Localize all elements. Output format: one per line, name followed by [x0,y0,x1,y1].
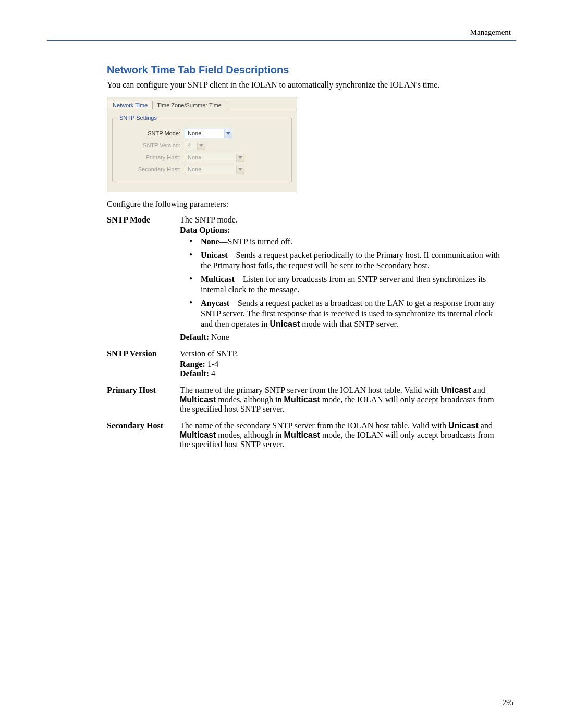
opt-uni-t: —Sends a request packet periodically to … [201,251,500,270]
opt-none-t: —SNTP is turned off. [219,237,292,246]
sntp-mode-default: Default: None [180,332,503,342]
default-label: Default: [180,332,211,341]
param-sntp-mode-desc: The SNTP mode. Data Options: None—SNTP i… [180,215,503,342]
opt-multi-t: —Listen for any broadcasts from an SNTP … [201,275,486,294]
sh-t3: modes, although in [216,430,284,439]
sh-b2: Multicast [180,430,216,439]
secondary-host-label: Secondary Host: [118,166,185,172]
param-sntp-version-desc: Version of SNTP. Range: 1-4 Default: 4 [180,349,503,378]
ph-t2: and [471,386,485,394]
tab-network-time[interactable]: Network Time [108,101,152,109]
ph-t3: modes, although in [216,395,284,404]
configure-line: Configure the following parameters: [107,200,503,209]
sntp-mode-label: SNTP Mode: [118,130,185,137]
primary-host-value: None [185,153,236,162]
sntp-mode-value: None [185,129,224,138]
sntp-version-select: 4 [185,141,205,150]
chevron-down-icon [197,141,205,150]
ph-t1: The name of the primary SNTP server from… [180,386,441,394]
opt-any-b: Anycast [201,299,229,307]
secondary-host-value: None [185,165,236,174]
chevron-down-icon [236,153,244,162]
sh-b1: Unicast [448,421,479,430]
sntp-version-default: Default: 4 [180,369,503,378]
sntp-version-value: 4 [185,141,197,150]
opt-multicast: Multicast—Listen for any broadcasts from… [189,274,503,295]
secondary-host-select: None [185,165,244,174]
header-rule [47,40,516,41]
section-intro: You can configure your SNTP client in th… [107,80,503,90]
param-sntp-mode-name: SNTP Mode [107,215,180,342]
opt-none-b: None [201,237,219,246]
sntp-settings-fieldset: SNTP Settings SNTP Mode: None SNTP Versi… [112,115,292,182]
opt-anycast: Anycast—Sends a request packet as a broa… [189,298,503,329]
primary-host-label: Primary Host: [118,154,185,161]
opt-any-bold: Unicast [270,319,300,328]
param-secondary-host-name: Secondary Host [107,421,180,449]
sntp-config-panel: Network Time Time Zone/Summer Time SNTP … [107,97,297,192]
header-right: Management [47,28,516,37]
param-primary-host-name: Primary Host [107,386,180,414]
ph-b2: Multicast [180,395,216,404]
param-secondary-host-desc: The name of the secondary SNTP server fr… [180,421,503,449]
default-value: None [211,332,229,341]
page-number: 295 [503,699,513,707]
primary-host-select: None [185,153,244,162]
default-label: Default: [180,369,211,378]
sh-t1: The name of the secondary SNTP server fr… [180,421,448,430]
sh-b3: Multicast [284,430,320,439]
opt-multi-b: Multicast [201,275,235,283]
tab-timezone[interactable]: Time Zone/Summer Time [152,101,226,109]
sntp-version-lead: Version of SNTP. [180,349,503,359]
data-options-label: Data Options: [180,226,503,235]
chevron-down-icon [236,165,244,174]
param-sntp-version-name: SNTP Version [107,349,180,378]
tab-bar: Network Time Time Zone/Summer Time [107,97,297,109]
ph-b3: Multicast [284,395,320,404]
sntp-mode-select[interactable]: None [185,129,232,138]
chevron-down-icon [224,129,232,138]
sntp-version-range: Range: 1-4 [180,360,503,369]
range-label: Range: [180,360,207,368]
sntp-version-label: SNTP Version: [118,142,185,149]
sntp-settings-legend: SNTP Settings [118,115,158,121]
param-primary-host-desc: The name of the primary SNTP server from… [180,386,503,414]
range-value: 1-4 [207,360,218,368]
opt-any-t2: mode with that SNTP server. [300,319,398,328]
opt-uni-b: Unicast [201,251,228,260]
section-title: Network Time Tab Field Descriptions [107,64,503,76]
default-value: 4 [211,369,215,378]
sh-t2: and [479,421,493,430]
opt-unicast: Unicast—Sends a request packet periodica… [189,250,503,271]
ph-b1: Unicast [441,386,471,394]
sntp-mode-lead: The SNTP mode. [180,215,503,225]
opt-none: None—SNTP is turned off. [189,237,503,247]
